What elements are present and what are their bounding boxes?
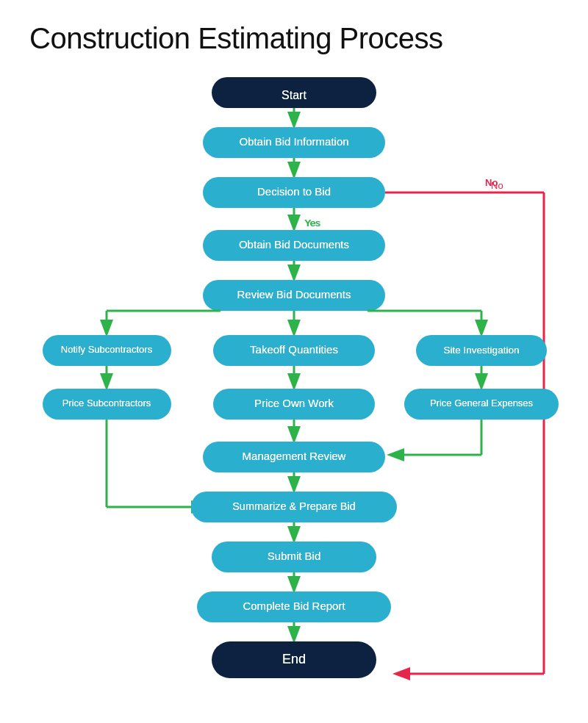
svg-text:Site Investigation: Site Investigation (444, 345, 520, 356)
svg-text:Obtain Bid Information: Obtain Bid Information (239, 135, 348, 148)
svg-text:No: No (485, 177, 498, 188)
svg-text:Start: Start (282, 89, 306, 101)
page-title: Construction Estimating Process (29, 22, 559, 55)
svg-text:Price General Expenses: Price General Expenses (430, 398, 534, 409)
footer-citation: Based on The Estimating Process from Pra… (29, 720, 559, 723)
svg-text:Takeoff Quantities: Takeoff Quantities (250, 343, 338, 356)
flowchart-diagram: Start Obtain Bid Information Decision to… (29, 70, 559, 709)
svg-text:Decision to Bid: Decision to Bid (257, 185, 331, 198)
svg-text:Review Bid Documents: Review Bid Documents (237, 288, 351, 301)
svg-text:Management Review: Management Review (243, 450, 346, 462)
svg-text:Obtain Bid Documents: Obtain Bid Documents (239, 238, 349, 251)
svg-text:Summarize & Prepare Bid: Summarize & Prepare Bid (232, 500, 356, 512)
svg-text:End: End (282, 652, 306, 666)
svg-text:Submit Bid: Submit Bid (268, 550, 321, 562)
svg-text:Price Subcontractors: Price Subcontractors (62, 398, 151, 409)
svg-text:Yes: Yes (304, 217, 320, 229)
svg-text:Complete Bid Report: Complete Bid Report (243, 600, 345, 612)
svg-text:Price Own Work: Price Own Work (254, 397, 334, 409)
svg-text:Notify Subcontractors: Notify Subcontractors (61, 344, 153, 355)
